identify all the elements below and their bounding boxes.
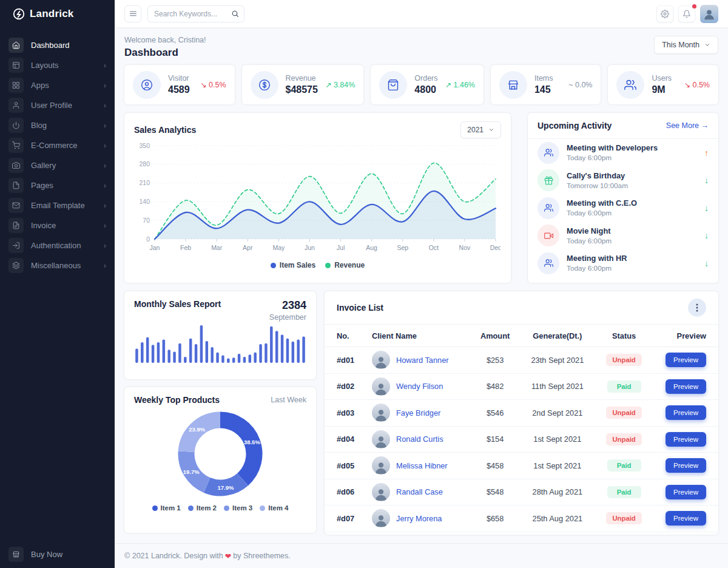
client-name-link[interactable]: Faye Bridger <box>396 408 440 418</box>
chevron-right-icon: › <box>104 221 106 230</box>
activity-item[interactable]: Meeting with DevelopersToday 6:00pm ↑ <box>528 139 718 167</box>
svg-text:Aug: Aug <box>366 244 377 251</box>
client-avatar <box>372 377 390 396</box>
client-avatar <box>372 456 390 475</box>
sidebar-item-user-profile[interactable]: User Profile › <box>0 95 115 115</box>
stat-delta: ↘ 0.5% <box>200 80 226 89</box>
upcoming-activity-card: Upcoming Activity See More → Meeting wit… <box>528 113 718 283</box>
client-avatar <box>372 351 390 369</box>
search-input[interactable] <box>154 10 228 18</box>
chevron-down-icon <box>704 42 710 48</box>
sidebar-item-apps[interactable]: Apps › <box>0 75 115 95</box>
logo[interactable]: Landrick <box>0 0 115 28</box>
status-badge: Unpaid <box>606 433 641 445</box>
client-name-link[interactable]: Melissa Hibner <box>396 461 448 470</box>
file-text-icon <box>8 218 24 233</box>
legend-dot-revenue <box>325 263 331 268</box>
store-icon <box>499 71 527 99</box>
shop-icon <box>8 547 24 562</box>
preview-button[interactable]: Preview <box>666 353 706 367</box>
kebab-icon <box>696 303 698 312</box>
svg-text:Dec: Dec <box>490 244 500 251</box>
app-window: Landrick Dashboard Layouts › Apps › User… <box>0 0 728 568</box>
client-name-link[interactable]: Wendy Filson <box>396 382 443 391</box>
heart-icon: ❤ <box>225 552 231 561</box>
login-icon <box>8 238 24 253</box>
buy-now-button[interactable]: Buy Now <box>8 547 62 562</box>
search-icon[interactable] <box>231 10 239 18</box>
stat-delta: ↘ 0.5% <box>684 80 710 89</box>
sidebar-item-email-template[interactable]: Email Template › <box>0 195 115 215</box>
user-avatar[interactable] <box>700 5 718 23</box>
bell-icon <box>682 10 691 18</box>
upcoming-activity-title: Upcoming Activity <box>538 121 612 130</box>
sidebar-item-ecommerce[interactable]: E-Commerce › <box>0 135 115 155</box>
video-icon <box>538 225 559 246</box>
client-name-link[interactable]: Howard Tanner <box>396 356 449 365</box>
preview-button[interactable]: Preview <box>666 458 706 473</box>
table-row: #d02 Wendy Filson $482 11th Sept 2021 Pa… <box>325 374 718 401</box>
client-avatar <box>372 483 390 501</box>
activity-item[interactable]: Meeting with C.E.OToday 6:00pm ↓ <box>528 194 718 222</box>
sidebar-nav: Dashboard Layouts › Apps › User Profile … <box>0 28 115 276</box>
trend-flat-icon: ~ <box>568 81 573 89</box>
chevron-right-icon: › <box>104 101 106 110</box>
svg-text:23.9%: 23.9% <box>189 426 205 433</box>
power-icon <box>8 118 24 133</box>
svg-text:Feb: Feb <box>180 244 191 251</box>
trend-down-arrow: ↓ <box>704 231 709 240</box>
sidebar-item-layouts[interactable]: Layouts › <box>0 55 115 75</box>
home-icon <box>8 38 24 53</box>
status-badge: Paid <box>607 380 641 393</box>
invoice-menu-button[interactable] <box>688 299 706 317</box>
invoice-list-title: Invoice List <box>337 303 383 313</box>
sidebar-item-miscellaneous[interactable]: Miscellaneous › <box>0 255 115 276</box>
people-icon <box>538 252 559 274</box>
gift-icon <box>538 169 559 191</box>
sidebar-item-pages[interactable]: Pages › <box>0 175 115 195</box>
preview-button[interactable]: Preview <box>666 432 706 447</box>
preview-button[interactable]: Preview <box>666 405 706 420</box>
period-select[interactable]: This Month <box>654 36 718 54</box>
svg-text:Mar: Mar <box>211 244 223 251</box>
stat-card-visitor: Visitor4589 ↘ 0.5% <box>124 65 235 104</box>
cart-icon <box>8 138 24 153</box>
sidebar-item-authentication[interactable]: Authentication › <box>0 235 115 255</box>
svg-text:70: 70 <box>143 217 150 224</box>
client-avatar <box>372 509 390 527</box>
chevron-right-icon: › <box>104 261 106 270</box>
year-select[interactable]: 2021 <box>460 121 501 138</box>
client-name-link[interactable]: Randall Case <box>396 487 443 496</box>
client-name-link[interactable]: Ronald Curtis <box>396 434 443 444</box>
svg-text:Sep: Sep <box>397 244 408 251</box>
monthly-sales-report-card: Monthly Sales Report 2384 September <box>124 291 316 379</box>
people-icon <box>538 197 559 219</box>
client-avatar <box>372 430 390 448</box>
notifications-button[interactable] <box>678 5 695 22</box>
activity-item[interactable]: Meeting with HRToday 6:00pm ↓ <box>528 249 718 277</box>
weekly-products-title: Weekly Top Products <box>134 395 220 405</box>
donut-legend: Item 1 Item 2 Item 3 Item 4 <box>134 504 306 512</box>
client-name-link[interactable]: Jerry Morena <box>396 514 442 523</box>
see-more-link[interactable]: See More → <box>666 121 709 130</box>
sales-analytics-title: Sales Analytics <box>134 125 196 135</box>
sidebar-item-gallery[interactable]: Gallery › <box>0 155 115 175</box>
stat-card-orders: Orders4800 ↗ 1.46% <box>371 65 484 104</box>
settings-button[interactable] <box>656 5 673 22</box>
svg-text:350: 350 <box>139 142 150 149</box>
chevron-right-icon: › <box>104 181 106 190</box>
sidebar-item-dashboard[interactable]: Dashboard <box>0 35 115 55</box>
preview-button[interactable]: Preview <box>666 485 706 499</box>
trend-up-arrow: ↑ <box>704 148 709 158</box>
menu-toggle-button[interactable] <box>124 5 141 22</box>
activity-item[interactable]: Movie NightToday 6:00pm ↓ <box>528 222 718 250</box>
status-badge: Paid <box>607 486 641 498</box>
table-header-row: No. Client Name Amount Generate(Dt.) Sta… <box>325 324 718 347</box>
sidebar-item-blog[interactable]: Blog › <box>0 115 115 135</box>
monthly-report-month: September <box>269 313 306 322</box>
trend-up-icon: ↗ <box>325 81 331 89</box>
preview-button[interactable]: Preview <box>666 379 706 394</box>
preview-button[interactable]: Preview <box>666 511 706 526</box>
sidebar-item-invoice[interactable]: Invoice › <box>0 215 115 235</box>
activity-item[interactable]: Cally's BirthdayTomorrow 10:00am ↓ <box>528 167 718 195</box>
